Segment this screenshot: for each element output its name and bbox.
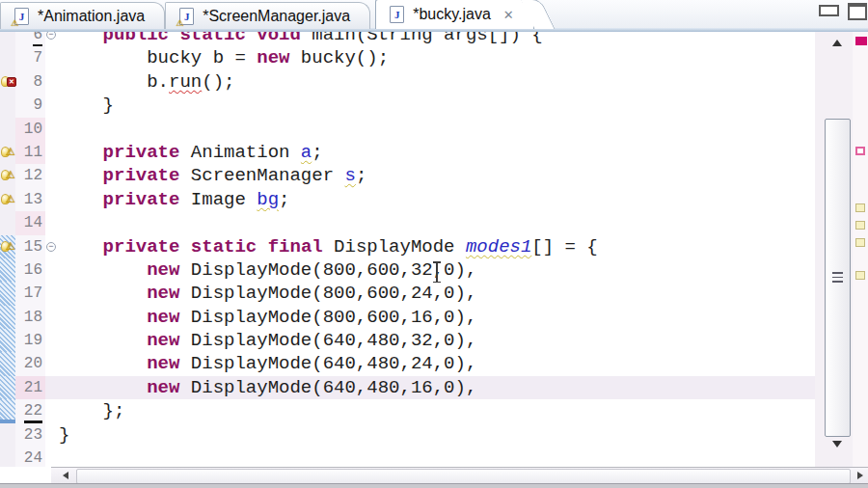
error-outline-overview-marker[interactable]: [855, 147, 865, 155]
code-text[interactable]: };: [59, 399, 815, 422]
fold-bar-cell: [45, 70, 59, 94]
code-text[interactable]: new DisplayMode(640,480,32,0),: [59, 329, 815, 352]
marker-bar-cell: [0, 376, 15, 399]
code-line: 17 new DisplayMode(800,600,24,0),: [0, 282, 815, 305]
code-text[interactable]: private ScreenManager s;: [59, 164, 815, 187]
code-line: 24: [0, 447, 815, 467]
fold-bar-cell: [45, 118, 59, 141]
line-number: 15: [15, 235, 45, 258]
scroll-down-arrow-icon[interactable]: [832, 441, 842, 447]
code-text[interactable]: [59, 447, 815, 467]
text-cursor-pointer: [436, 261, 438, 283]
warning-badge-icon: ⚠: [6, 240, 15, 253]
marker-bar-cell: [0, 399, 15, 422]
code-line: 14: [0, 211, 815, 234]
horizontal-scrollbar-thumb[interactable]: [76, 469, 851, 484]
fold-bar-cell: [45, 164, 59, 187]
code-line: ⚠15− private static final DisplayMode mo…: [0, 235, 815, 258]
error-quickfix-icon[interactable]: ✕: [1, 75, 15, 89]
error-solid-overview-marker[interactable]: [855, 37, 867, 45]
maximize-icon[interactable]: [848, 3, 867, 20]
line-number: 23: [15, 423, 45, 447]
tab--animation-java[interactable]: J⚠*Animation.java: [0, 2, 165, 29]
scroll-left-arrow-icon[interactable]: [63, 472, 68, 479]
close-icon[interactable]: ✕: [503, 9, 514, 21]
code-editor[interactable]: 6− public static void main(String args[]…: [0, 32, 815, 467]
code-line: ✕8 b.run();: [0, 70, 815, 94]
vertical-scrollbar-thumb[interactable]: [825, 119, 851, 437]
marker-bar-cell: [0, 352, 15, 375]
scroll-right-arrow-icon[interactable]: [857, 472, 863, 479]
fold-bar-cell: [45, 376, 59, 399]
horizontal-scrollbar-track[interactable]: [51, 467, 868, 483]
warning-quickfix-icon[interactable]: ⚠: [1, 240, 15, 254]
line-number: 6: [15, 32, 45, 46]
fold-collapse-icon[interactable]: −: [46, 32, 56, 40]
code-text[interactable]: new DisplayMode(640,480,24,0),: [59, 352, 815, 375]
marker-bar-cell: [0, 32, 15, 46]
minimize-icon[interactable]: [819, 5, 839, 16]
tab-label: *bucky.java: [413, 6, 491, 23]
warning-badge-icon: ⚠: [6, 146, 15, 158]
tab-label: *ScreenManager.java: [203, 8, 350, 25]
code-text[interactable]: [59, 211, 815, 234]
code-text[interactable]: private static final DisplayMode modes1[…: [59, 235, 815, 258]
marker-bar-cell: [0, 447, 15, 467]
code-text[interactable]: new DisplayMode(640,480,16,0),: [59, 376, 815, 399]
code-text[interactable]: }: [59, 94, 815, 117]
overview-ruler[interactable]: [853, 32, 868, 483]
fold-bar-cell: [45, 94, 59, 117]
error-badge-icon: ✕: [7, 77, 16, 87]
warning-overview-marker[interactable]: [855, 203, 865, 212]
warning-quickfix-icon[interactable]: ⚠: [1, 146, 15, 159]
line-number: 20: [15, 352, 45, 375]
editor-tabs: J⚠*Animation.javaJ⚠*ScreenManager.javaJ*…: [0, 0, 534, 29]
warning-overview-marker[interactable]: [855, 238, 865, 247]
warning-overview-marker[interactable]: [855, 221, 865, 230]
marker-bar-cell: ⚠: [0, 141, 15, 164]
code-text[interactable]: }: [59, 423, 815, 447]
tab--screenmanager-java[interactable]: J⚠*ScreenManager.java: [165, 2, 370, 29]
code-line: 22 };: [0, 399, 815, 422]
code-text[interactable]: public static void main(String args[]) {: [59, 32, 815, 46]
fold-bar-cell: [45, 447, 59, 467]
code-line: 10: [0, 118, 815, 141]
code-text[interactable]: [59, 118, 815, 141]
code-text[interactable]: b.run();: [59, 70, 815, 94]
view-window-controls: [819, 3, 867, 20]
marker-bar-cell: [0, 329, 15, 352]
line-number: 12: [15, 164, 45, 187]
warning-badge-icon: ⚠: [6, 169, 15, 181]
fold-bar-cell: −: [45, 235, 59, 258]
code-text[interactable]: private Image bg;: [59, 188, 815, 211]
warning-overlay-icon: ⚠: [176, 19, 183, 28]
fold-bar-cell: [45, 282, 59, 305]
code-text[interactable]: bucky b = new bucky();: [59, 46, 815, 69]
range-indicator-start: ⚠: [0, 235, 15, 258]
code-rows: 6− public static void main(String args[]…: [0, 32, 815, 467]
warning-quickfix-icon[interactable]: ⚠: [1, 193, 15, 206]
tab--bucky-java[interactable]: J*bucky.java✕: [375, 0, 534, 29]
code-line: 18 new DisplayMode(800,600,16,0),: [0, 306, 815, 329]
marker-bar-cell: [0, 46, 15, 69]
marker-bar-cell: ✕: [0, 70, 15, 94]
line-number: 9: [15, 94, 45, 117]
warning-overlay-icon: ⚠: [11, 19, 18, 28]
line-number: 8: [15, 70, 45, 94]
marker-bar-cell: ⚠: [0, 188, 15, 211]
fold-collapse-icon[interactable]: −: [46, 242, 56, 252]
code-text[interactable]: new DisplayMode(800,600,24,0),: [59, 282, 815, 305]
scroll-up-arrow-icon[interactable]: [832, 40, 842, 46]
warning-overview-marker[interactable]: [855, 271, 865, 280]
code-text[interactable]: new DisplayMode(800,600,16,0),: [59, 306, 815, 329]
line-number: 17: [15, 282, 45, 305]
fold-bar-cell: [45, 188, 59, 211]
fold-bar-cell: [45, 352, 59, 375]
code-line: 21 new DisplayMode(640,480,16,0),: [0, 376, 815, 399]
code-line: 16 new DisplayMode(800,600,32,0),: [0, 258, 815, 282]
code-text[interactable]: private Animation a;: [59, 141, 815, 164]
marker-bar-cell: [0, 118, 15, 141]
line-number: 21: [15, 376, 45, 399]
warning-quickfix-icon[interactable]: ⚠: [1, 169, 15, 182]
code-line: ⚠13 private Image bg;: [0, 188, 815, 211]
